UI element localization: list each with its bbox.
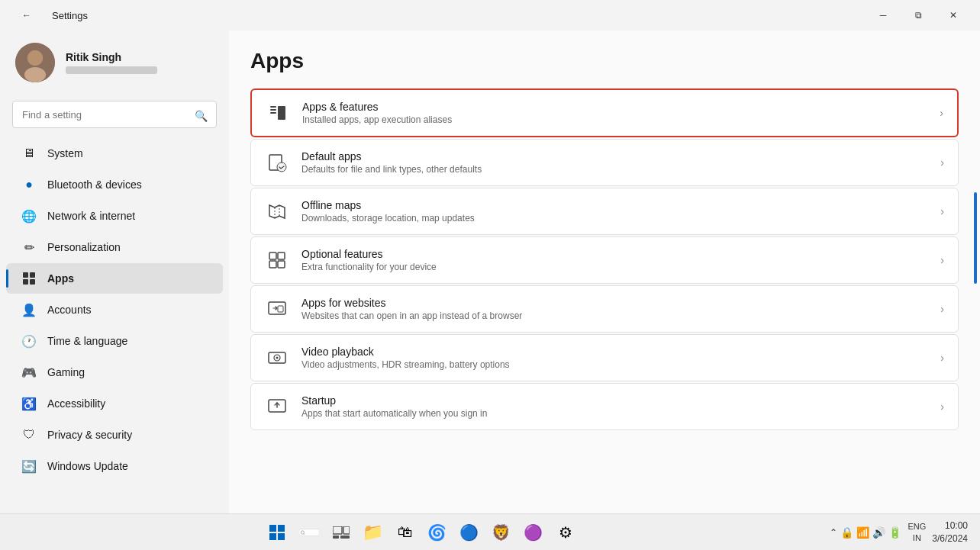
sidebar-item-personalization[interactable]: ✏ Personalization (6, 232, 223, 262)
taskbar-time[interactable]: 10:00 3/6/2024 (932, 519, 968, 545)
sidebar-item-accounts[interactable]: 👤 Accounts (6, 294, 223, 325)
sidebar-item-accessibility[interactable]: ♿ Accessibility (6, 388, 223, 419)
apps-websites-title: Apps for websites (301, 297, 522, 309)
chevron-icon: › (940, 400, 944, 413)
user-email (66, 66, 157, 74)
apps-websites-text: Apps for websites Websites that can open… (301, 297, 522, 321)
tray-icons: ⌃ 🔒 📶 🔊 🔋 (830, 526, 901, 539)
taskbar-search[interactable] (295, 519, 323, 546)
sidebar-item-label: Gaming (47, 366, 85, 378)
sidebar-item-update[interactable]: 🔄 Windows Update (6, 451, 223, 481)
sidebar-item-network[interactable]: 🌐 Network & internet (6, 201, 223, 231)
accounts-icon: 👤 (21, 302, 37, 317)
chevron-icon: › (940, 107, 943, 119)
startup-text: Startup Apps that start automatically wh… (301, 394, 487, 419)
optional-features-item[interactable]: Optional features Extra functionality fo… (250, 236, 959, 284)
sidebar-item-gaming[interactable]: 🎮 Gaming (6, 357, 223, 388)
tray-chevron[interactable]: ⌃ (830, 527, 837, 538)
avatar (15, 43, 55, 82)
settings-list: Apps & features Installed apps, app exec… (250, 88, 959, 430)
svg-rect-16 (269, 261, 276, 268)
sidebar-item-label: Network & internet (47, 210, 135, 222)
taskbar-settings[interactable]: ⚙ (552, 519, 579, 546)
video-playback-icon (265, 346, 289, 370)
sidebar-item-label: Accounts (47, 304, 92, 316)
time-icon: 🕐 (21, 333, 37, 349)
svg-rect-26 (269, 533, 276, 540)
title-bar-title: Settings (52, 10, 88, 21)
sidebar-item-label: Privacy & security (47, 429, 132, 441)
taskbar-store[interactable]: 🛍 (392, 519, 419, 546)
offline-maps-title: Offline maps (301, 199, 475, 211)
svg-rect-25 (278, 525, 285, 532)
back-button[interactable]: ← (9, 3, 44, 27)
taskbar-center: 📁 🛍 🌀 🔵 🦁 🟣 ⚙ (263, 519, 579, 546)
start-button[interactable] (263, 519, 291, 546)
svg-rect-7 (30, 279, 35, 285)
offline-maps-text: Offline maps Downloads, storage location… (301, 199, 475, 224)
sidebar-item-label: Personalization (47, 241, 121, 253)
main-panel: Apps Apps & features Instal (229, 31, 980, 513)
bluetooth-icon: ● (21, 177, 37, 192)
title-bar-controls: ─ ⧉ ✕ (866, 3, 971, 27)
date: 3/6/2024 (932, 532, 968, 545)
svg-rect-17 (278, 261, 285, 268)
maximize-button[interactable]: ⧉ (901, 3, 936, 27)
sidebar-item-system[interactable]: 🖥 System (6, 138, 223, 169)
minimize-button[interactable]: ─ (866, 3, 901, 27)
sidebar-nav: 🖥 System ● Bluetooth & devices 🌐 Network… (0, 137, 229, 482)
apps-features-item[interactable]: Apps & features Installed apps, app exec… (250, 88, 959, 137)
svg-rect-32 (343, 526, 350, 534)
user-info: Ritik Singh (66, 51, 157, 74)
taskbar-explorer[interactable]: 📁 (359, 519, 387, 546)
tray-security: 🔒 (840, 526, 853, 539)
startup-left: Startup Apps that start automatically wh… (265, 394, 487, 419)
sidebar-item-label: Time & language (47, 335, 127, 347)
video-playback-desc: Video adjustments, HDR streaming, batter… (301, 359, 510, 370)
taskbar-taskview[interactable] (327, 519, 355, 546)
svg-rect-10 (270, 112, 276, 114)
svg-point-13 (277, 162, 286, 172)
optional-features-title: Optional features (301, 248, 437, 260)
taskbar-brave[interactable]: 🦁 (488, 519, 515, 546)
tray-battery: 🔋 (888, 526, 901, 539)
apps-websites-icon (265, 297, 289, 321)
svg-rect-27 (278, 533, 285, 540)
svg-rect-11 (278, 106, 285, 120)
optional-features-desc: Extra functionality for your device (301, 262, 437, 272)
tray-network[interactable]: 📶 (856, 526, 869, 539)
search-icon: 🔍 (195, 110, 208, 122)
user-profile[interactable]: Ritik Singh (0, 31, 229, 95)
gaming-icon: 🎮 (21, 365, 37, 380)
title-bar-left: ← Settings (9, 3, 88, 27)
search-container: 🔍 (0, 95, 229, 137)
tray-volume[interactable]: 🔊 (872, 526, 885, 539)
scroll-indicator[interactable] (974, 192, 977, 284)
sidebar-item-privacy[interactable]: 🛡 Privacy & security (6, 420, 223, 450)
offline-maps-item[interactable]: Offline maps Downloads, storage location… (250, 188, 959, 235)
default-apps-text: Default apps Defaults for file and link … (301, 150, 482, 175)
sidebar-item-apps[interactable]: Apps (6, 263, 223, 294)
taskbar-lang: ENGIN (907, 521, 926, 543)
video-playback-item[interactable]: Video playback Video adjustments, HDR st… (250, 334, 959, 381)
startup-item[interactable]: Startup Apps that start automatically wh… (250, 383, 959, 430)
svg-rect-24 (269, 525, 276, 532)
default-apps-item[interactable]: Default apps Defaults for file and link … (250, 139, 959, 186)
sidebar-item-label: Apps (47, 272, 74, 285)
apps-features-text: Apps & features Installed apps, app exec… (302, 101, 452, 125)
svg-rect-34 (340, 536, 350, 539)
taskbar-app1[interactable]: 🟣 (520, 519, 547, 546)
taskbar-chrome[interactable]: 🔵 (456, 519, 483, 546)
svg-rect-4 (23, 272, 28, 278)
sidebar-item-time[interactable]: 🕐 Time & language (6, 326, 223, 356)
update-icon: 🔄 (21, 458, 37, 474)
close-button[interactable]: ✕ (936, 3, 971, 27)
apps-features-icon (266, 101, 290, 125)
search-input[interactable] (12, 101, 217, 128)
taskbar-edge[interactable]: 🌀 (424, 519, 451, 546)
sidebar-item-bluetooth[interactable]: ● Bluetooth & devices (6, 169, 223, 200)
offline-maps-left: Offline maps Downloads, storage location… (265, 199, 475, 224)
apps-websites-item[interactable]: Apps for websites Websites that can open… (250, 285, 959, 333)
taskbar: 📁 🛍 🌀 🔵 🦁 🟣 ⚙ ⌃ 🔒 📶 🔊 🔋 ENGIN 10:00 3/6/… (0, 513, 980, 550)
chevron-icon: › (940, 303, 944, 315)
